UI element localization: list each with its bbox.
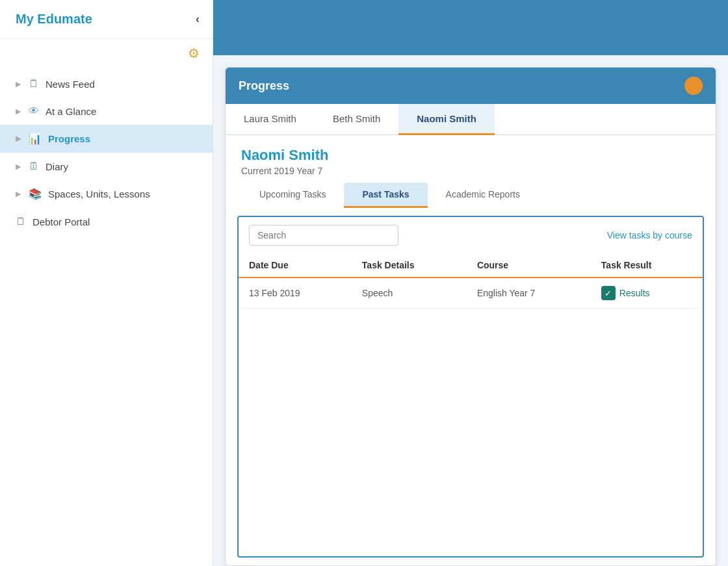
table-header-row: Date Due Task Details Course Task Result — [239, 253, 703, 277]
spaces-icon: 📚 — [29, 188, 42, 200]
sidebar-item-label: News Feed — [46, 79, 95, 90]
card-container: Progress Laura Smith Beth Smith Naomi Sm… — [213, 55, 728, 566]
tab-past-tasks[interactable]: Past Tasks — [344, 183, 427, 208]
settings-area: ⚙ — [0, 39, 213, 65]
tab-academic-reports[interactable]: Academic Reports — [428, 183, 538, 208]
search-input[interactable] — [249, 225, 398, 246]
tab-laura-smith[interactable]: Laura Smith — [226, 104, 315, 135]
col-course: Course — [467, 253, 591, 277]
task-content: View tasks by course Date Due Task Detai… — [237, 216, 704, 558]
sidebar-item-label: Diary — [46, 161, 68, 172]
col-date-due: Date Due — [239, 253, 352, 277]
cell-date: 13 Feb 2019 — [239, 277, 352, 309]
task-toolbar: View tasks by course — [239, 217, 703, 253]
sidebar-item-label: Spaces, Units, Lessons — [48, 188, 150, 199]
collapse-button[interactable]: ‹ — [196, 12, 200, 26]
student-tabs: Laura Smith Beth Smith Naomi Smith — [226, 104, 716, 135]
student-year: Current 2019 Year 7 — [241, 166, 700, 176]
sidebar-item-spaces-units-lessons[interactable]: ▶ 📚 Spaces, Units, Lessons — [0, 180, 213, 208]
orange-dot-icon — [684, 77, 703, 95]
col-task-details: Task Details — [352, 253, 467, 277]
sidebar-item-label: Progress — [48, 133, 90, 144]
cell-result: ✓ Results — [591, 277, 703, 309]
sidebar-header: My Edumate ‹ — [0, 0, 213, 39]
sidebar-item-label: Debtor Portal — [32, 216, 90, 227]
task-tabs: Upcoming Tasks Past Tasks Academic Repor… — [226, 183, 716, 208]
sidebar: My Edumate ‹ ⚙ ▶ 🗒 News Feed ▶ 👁 At a Gl… — [0, 0, 213, 566]
student-info: Naomi Smith Current 2019 Year 7 — [226, 135, 716, 183]
tab-beth-smith[interactable]: Beth Smith — [315, 104, 398, 135]
sidebar-item-progress[interactable]: ▶ 📊 Progress — [0, 125, 213, 153]
arrow-icon: ▶ — [16, 107, 21, 116]
sidebar-item-debtor-portal[interactable]: 🗒 Debtor Portal — [0, 208, 213, 235]
diary-icon: 🗓 — [29, 161, 39, 172]
top-bar — [213, 0, 728, 55]
news-feed-icon: 🗒 — [29, 78, 39, 90]
progress-card: Progress Laura Smith Beth Smith Naomi Sm… — [225, 67, 716, 566]
cell-course: English Year 7 — [467, 277, 591, 309]
check-icon: ✓ — [601, 286, 616, 300]
eye-icon: 👁 — [29, 105, 39, 117]
col-task-result: Task Result — [591, 253, 703, 277]
student-name: Naomi Smith — [241, 147, 700, 164]
sidebar-item-label: At a Glance — [46, 106, 96, 117]
arrow-icon: ▶ — [16, 190, 21, 198]
table-row: 13 Feb 2019 Speech English Year 7 ✓ Resu… — [239, 277, 703, 309]
sidebar-item-at-a-glance[interactable]: ▶ 👁 At a Glance — [0, 97, 213, 125]
view-tasks-by-course-link[interactable]: View tasks by course — [607, 230, 692, 240]
arrow-icon: ▶ — [16, 80, 21, 88]
sidebar-title: My Edumate — [16, 12, 92, 27]
tab-upcoming-tasks[interactable]: Upcoming Tasks — [241, 183, 344, 208]
progress-icon: 📊 — [29, 133, 42, 145]
sidebar-item-diary[interactable]: ▶ 🗓 Diary — [0, 153, 213, 180]
gear-icon[interactable]: ⚙ — [188, 45, 200, 61]
arrow-icon: ▶ — [16, 135, 21, 143]
task-table: Date Due Task Details Course Task Result… — [239, 253, 703, 309]
results-link[interactable]: ✓ Results — [601, 286, 692, 300]
tab-naomi-smith[interactable]: Naomi Smith — [398, 104, 495, 135]
sidebar-nav: ▶ 🗒 News Feed ▶ 👁 At a Glance ▶ 📊 Progre… — [0, 65, 213, 240]
cell-task: Speech — [352, 277, 467, 309]
main-area: Progress Laura Smith Beth Smith Naomi Sm… — [213, 0, 728, 566]
card-title: Progress — [239, 79, 289, 93]
card-header: Progress — [226, 68, 716, 104]
arrow-icon: ▶ — [16, 162, 21, 171]
results-label: Results — [619, 288, 650, 298]
sidebar-item-news-feed[interactable]: ▶ 🗒 News Feed — [0, 70, 213, 97]
debtor-icon: 🗒 — [16, 216, 26, 227]
